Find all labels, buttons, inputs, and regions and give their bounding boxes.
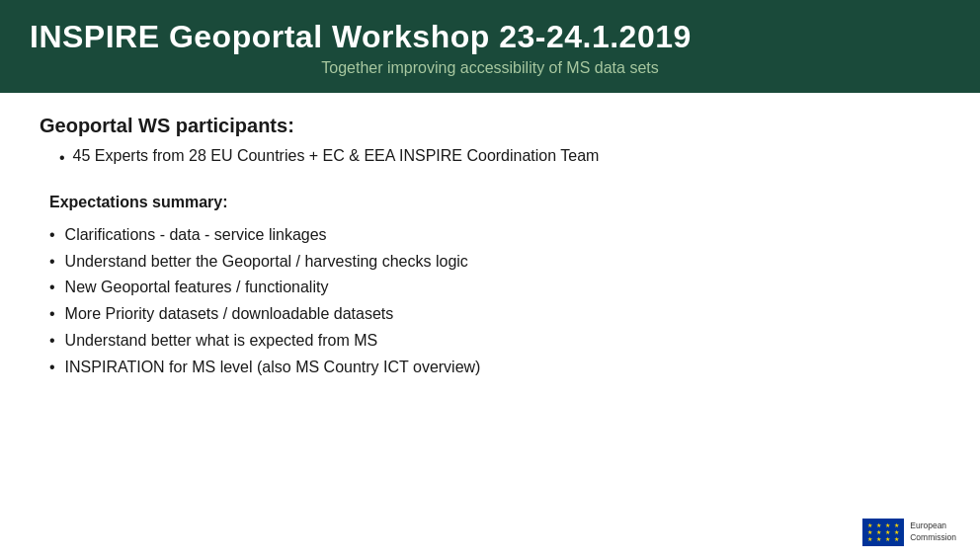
header-section: INSPIRE Geoportal Workshop 23-24.1.2019 … bbox=[0, 0, 980, 93]
expectations-section: Expectations summary: •Clarifications - … bbox=[40, 194, 940, 382]
logo-container: ★ ★ ★ ★ ★ ★ ★ ★ ★ ★ ★ ★ Europ bbox=[862, 519, 956, 546]
list-item-text: New Geoportal features / functionality bbox=[65, 276, 329, 300]
list-item: •Clarifications - data - service linkage… bbox=[40, 223, 940, 248]
star-8: ★ bbox=[892, 528, 901, 535]
list-item: •INSPIRATION for MS level (also MS Count… bbox=[40, 356, 940, 380]
star-5: ★ bbox=[865, 528, 874, 535]
bullet-icon: • bbox=[49, 356, 55, 380]
star-6: ★ bbox=[874, 528, 883, 535]
expectations-list: •Clarifications - data - service linkage… bbox=[40, 223, 940, 380]
bullet-icon: • bbox=[49, 223, 55, 248]
bullet-icon: • bbox=[59, 147, 65, 169]
participants-title: Geoportal WS participants: bbox=[40, 115, 940, 137]
list-item: •New Geoportal features / functionality bbox=[40, 276, 940, 300]
slide: INSPIRE Geoportal Workshop 23-24.1.2019 … bbox=[0, 0, 980, 560]
list-item: •Understand better the Geoportal / harve… bbox=[40, 250, 940, 275]
star-12: ★ bbox=[892, 536, 901, 543]
slide-title: INSPIRE Geoportal Workshop 23-24.1.2019 bbox=[30, 18, 950, 55]
list-item: •Understand better what is expected from… bbox=[40, 329, 940, 354]
eu-commission-logo: ★ ★ ★ ★ ★ ★ ★ ★ ★ ★ ★ ★ Europ bbox=[862, 519, 956, 546]
bullet-icon: • bbox=[49, 250, 55, 275]
list-item-text: Understand better what is expected from … bbox=[65, 329, 378, 354]
bullet-icon: • bbox=[49, 329, 55, 354]
expectations-title: Expectations summary: bbox=[40, 194, 940, 211]
eu-flag: ★ ★ ★ ★ ★ ★ ★ ★ ★ ★ ★ ★ bbox=[862, 519, 904, 546]
star-3: ★ bbox=[883, 521, 892, 528]
list-item-text: Clarifications - data - service linkages bbox=[65, 223, 327, 248]
star-7: ★ bbox=[883, 528, 892, 535]
bullet-icon: • bbox=[49, 276, 55, 300]
list-item: •More Priority datasets / downloadable d… bbox=[40, 302, 940, 327]
logo-line1: European bbox=[910, 520, 946, 530]
content-area: Geoportal WS participants: • 45 Experts … bbox=[0, 93, 980, 560]
star-2: ★ bbox=[874, 521, 883, 528]
star-11: ★ bbox=[883, 536, 892, 543]
participants-text: 45 Experts from 28 EU Countries + EC & E… bbox=[73, 147, 600, 165]
participants-bullet-item: • 45 Experts from 28 EU Countries + EC &… bbox=[59, 147, 940, 169]
star-10: ★ bbox=[874, 536, 883, 543]
commission-text: European Commission bbox=[910, 520, 956, 544]
logo-line2: Commission bbox=[910, 532, 956, 542]
star-1: ★ bbox=[865, 521, 874, 528]
star-9: ★ bbox=[865, 536, 874, 543]
list-item-text: INSPIRATION for MS level (also MS Countr… bbox=[65, 356, 481, 380]
list-item-text: Understand better the Geoportal / harves… bbox=[65, 250, 468, 275]
star-4: ★ bbox=[892, 521, 901, 528]
bullet-icon: • bbox=[49, 302, 55, 327]
list-item-text: More Priority datasets / downloadable da… bbox=[65, 302, 394, 327]
flag-stars-grid: ★ ★ ★ ★ ★ ★ ★ ★ ★ ★ ★ ★ bbox=[865, 521, 901, 543]
slide-subtitle: Together improving accessibility of MS d… bbox=[30, 59, 950, 77]
